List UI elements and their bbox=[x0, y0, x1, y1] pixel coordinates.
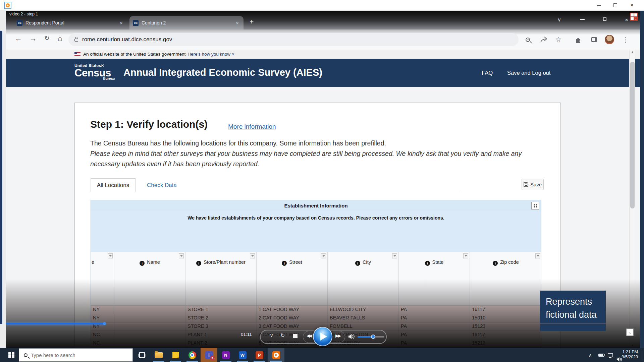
app-titlebar: × bbox=[0, 0, 644, 11]
reload-icon[interactable]: ↻ bbox=[44, 34, 50, 42]
fictional-note-line2: fictional data bbox=[546, 308, 606, 321]
tab-all-locations[interactable]: All Locations bbox=[91, 178, 136, 192]
taskbar-chrome-icon[interactable] bbox=[184, 348, 201, 362]
teams-badge: 3 bbox=[210, 356, 215, 361]
info-icon[interactable]: i bbox=[282, 261, 287, 266]
desktop-edge-right bbox=[640, 11, 644, 348]
save-button-label: Save bbox=[530, 182, 542, 187]
taskbar-powerpoint-icon[interactable]: P bbox=[251, 348, 268, 362]
browser-menu-kebab-icon[interactable]: ⋮ bbox=[620, 34, 631, 45]
taskbar-media-player-icon[interactable] bbox=[268, 348, 284, 362]
zoom-out-icon[interactable] bbox=[522, 34, 533, 45]
share-icon[interactable] bbox=[538, 34, 549, 45]
info-icon[interactable]: i bbox=[425, 261, 430, 266]
task-view-button[interactable] bbox=[134, 348, 150, 362]
nav-faq[interactable]: FAQ bbox=[482, 70, 493, 76]
browser-tab-respondent-portal[interactable]: CB Respondent Portal × bbox=[13, 16, 127, 29]
taskbar-sticky-notes-icon[interactable] bbox=[167, 348, 184, 362]
browser-tab-centurion[interactable]: CB Centurion 2 × bbox=[129, 16, 244, 29]
forward-icon[interactable]: → bbox=[30, 34, 37, 43]
census-favicon: CB bbox=[133, 20, 139, 26]
play-button[interactable] bbox=[313, 327, 332, 346]
start-button[interactable] bbox=[4, 348, 19, 362]
taskbar-clock[interactable]: 1:21 PM 9/5/2023 bbox=[622, 350, 638, 360]
bookmark-star-icon[interactable]: ☆ bbox=[553, 34, 564, 45]
snap-corner-icon[interactable]: → bbox=[626, 328, 634, 336]
info-icon[interactable]: i bbox=[140, 261, 145, 266]
back-icon[interactable]: ← bbox=[15, 34, 22, 43]
info-icon[interactable]: i bbox=[493, 261, 498, 266]
recorder-widget-icon: ← bbox=[630, 13, 638, 21]
banner-caret-icon: ∨ bbox=[232, 52, 234, 56]
fictional-note-line1: Represents bbox=[546, 295, 606, 308]
filter-icon[interactable] bbox=[179, 253, 184, 258]
rewind-button[interactable]: ◀◀ bbox=[307, 333, 311, 338]
filter-icon[interactable] bbox=[250, 253, 255, 258]
profile-avatar[interactable] bbox=[604, 34, 615, 45]
side-panel-icon[interactable] bbox=[588, 34, 600, 45]
seekbar-progress[interactable] bbox=[6, 323, 104, 324]
fast-forward-button[interactable]: ▶▶ bbox=[335, 333, 340, 338]
banner-link[interactable]: Here's how you know bbox=[187, 52, 230, 57]
info-icon[interactable]: i bbox=[196, 261, 201, 266]
grid-expand-icon[interactable] bbox=[531, 202, 539, 209]
window-close-button[interactable]: × bbox=[625, 0, 639, 10]
stop-button[interactable] bbox=[293, 334, 298, 338]
home-icon[interactable]: ⌂ bbox=[58, 34, 62, 43]
taskbar-word-icon[interactable]: W bbox=[234, 348, 251, 362]
show-desktop-button[interactable] bbox=[642, 349, 644, 361]
new-tab-button[interactable]: + bbox=[250, 18, 254, 25]
filter-icon[interactable] bbox=[463, 253, 468, 258]
more-information-link[interactable]: More information bbox=[228, 123, 276, 130]
extensions-puzzle-icon[interactable] bbox=[572, 34, 584, 45]
browser-close-button[interactable]: × bbox=[625, 17, 628, 23]
taskbar-search[interactable] bbox=[19, 348, 133, 362]
info-icon[interactable]: i bbox=[355, 261, 360, 266]
filter-icon[interactable] bbox=[321, 253, 326, 258]
census-logo: United States® Census Bureau bbox=[74, 64, 115, 80]
repeat-icon[interactable]: ↻ bbox=[280, 332, 285, 339]
gov-banner: An official website of the United States… bbox=[6, 50, 640, 59]
tab-check-data[interactable]: Check Data bbox=[147, 178, 177, 192]
playback-time: 01:11 bbox=[241, 332, 252, 337]
tab-label: Respondent Portal bbox=[25, 20, 118, 25]
site-header: United States® Census Bureau Annual Inte… bbox=[6, 59, 640, 87]
browser-tab-strip: CB Respondent Portal × CB Centurion 2 × … bbox=[6, 11, 640, 29]
browser-minimize-button[interactable] bbox=[580, 17, 585, 20]
battery-icon[interactable] bbox=[598, 348, 604, 362]
filter-icon[interactable] bbox=[535, 253, 540, 258]
network-icon[interactable] bbox=[608, 348, 613, 362]
search-icon bbox=[24, 353, 28, 357]
filter-icon[interactable] bbox=[108, 253, 113, 258]
seekbar-handle[interactable] bbox=[103, 322, 106, 325]
desktop-edge-left bbox=[0, 31, 2, 324]
video-caption: video 2 - step 1 bbox=[9, 12, 38, 16]
scrollbar-thumb[interactable] bbox=[630, 62, 635, 208]
search-input[interactable] bbox=[31, 352, 115, 358]
us-flag-icon bbox=[74, 52, 80, 56]
video-frame[interactable]: video 2 - step 1 CB Respondent Portal × … bbox=[6, 11, 640, 348]
window-minimize-button[interactable] bbox=[592, 0, 606, 10]
save-button[interactable]: Save bbox=[522, 179, 544, 190]
browser-menu-chevron-icon[interactable]: ∨ bbox=[557, 17, 561, 23]
clock-time: 1:21 PM bbox=[622, 350, 638, 355]
taskbar-teams-icon[interactable]: T3 bbox=[201, 348, 217, 362]
tray-chevron-icon[interactable]: ∧ bbox=[589, 348, 592, 362]
nav-save-logout[interactable]: Save and Log out bbox=[507, 70, 550, 76]
clock-date: 9/5/2023 bbox=[622, 355, 638, 360]
taskbar-file-explorer-icon[interactable] bbox=[150, 348, 167, 362]
page-title: Step 1: Verify location(s) bbox=[90, 119, 208, 130]
windows-logo-icon bbox=[8, 352, 14, 358]
site-title: Annual Integrated Economic Survey (AIES) bbox=[123, 67, 322, 78]
address-bar[interactable]: rome.centurion.uat.dice.census.gov bbox=[68, 33, 519, 46]
tab-close-icon[interactable]: × bbox=[118, 20, 124, 26]
scroll-up-icon[interactable]: ▲ bbox=[630, 50, 635, 54]
filter-icon[interactable] bbox=[392, 253, 397, 258]
taskbar-onenote-icon[interactable]: N bbox=[217, 348, 234, 362]
banner-text: An official website of the United States… bbox=[83, 52, 185, 57]
tab-close-icon[interactable]: × bbox=[234, 20, 240, 26]
bookmark-icon[interactable]: ∨ bbox=[270, 333, 273, 339]
browser-restore-button[interactable] bbox=[603, 17, 606, 21]
window-maximize-button[interactable] bbox=[608, 0, 623, 10]
volume-icon[interactable] bbox=[348, 334, 355, 340]
